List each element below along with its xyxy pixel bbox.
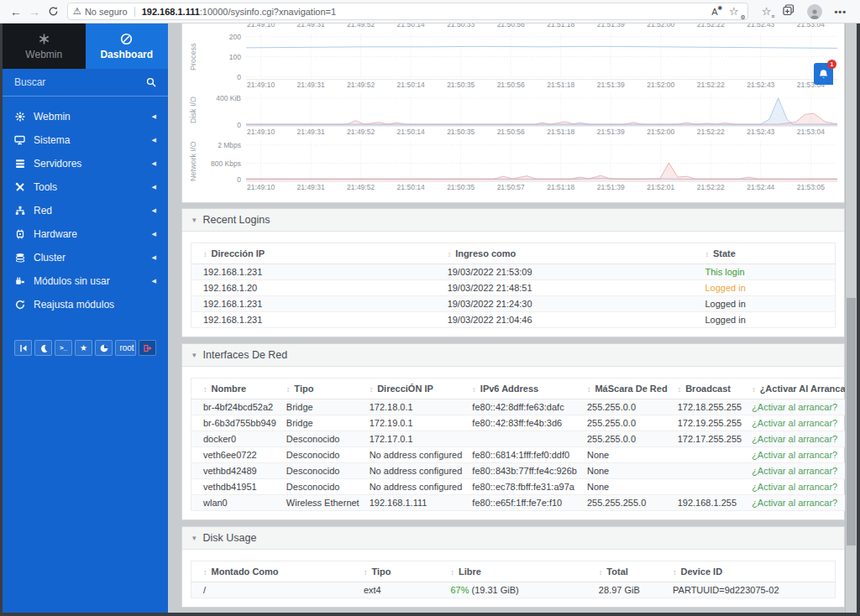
- tools-icon: [14, 182, 25, 192]
- theme-button[interactable]: [95, 340, 113, 356]
- sidebar-item-tools[interactable]: Tools◀: [3, 175, 168, 199]
- table-cell: No address configured: [364, 479, 468, 495]
- x-tick-label: 21:51:18: [547, 23, 574, 29]
- column-header[interactable]: ↕MáScara De Red: [582, 378, 673, 399]
- x-tick-label: 21:49:10: [247, 183, 275, 191]
- network-interfaces-header[interactable]: ▾ Interfaces De Red: [182, 344, 844, 367]
- collections-icon[interactable]: ☆≡: [762, 5, 772, 18]
- x-tick-label: 21:49:31: [297, 81, 325, 89]
- table-row: br-6b3d755bb949Bridge172.19.0.1fe80::42:…: [191, 415, 846, 431]
- notifications-button[interactable]: 1: [814, 63, 833, 85]
- sidebar-item-reajusta-modulos[interactable]: Reajusta módulos: [3, 293, 168, 316]
- page-scrollbar-thumb[interactable]: [847, 298, 856, 546]
- back-button[interactable]: ←: [7, 3, 25, 21]
- table-cell: fe80::42:8dff:fe63:dafc: [467, 399, 582, 415]
- sidebar-item-cluster[interactable]: Cluster◀: [3, 246, 168, 269]
- sort-icon: ↕: [364, 568, 368, 577]
- x-tick-label: 21:53:04: [797, 23, 825, 29]
- terminal-icon: >_: [60, 344, 67, 352]
- x-tick-label: 21:51:39: [597, 183, 625, 191]
- disk-usage-header[interactable]: ▾ Disk Usage: [182, 527, 844, 550]
- x-tick-label: 21:50:14: [397, 23, 425, 29]
- table-cell: wlan0: [191, 495, 281, 511]
- network-io-chart: Network I/O2 Mbps800 Kbps021:49:1021:49:…: [189, 140, 837, 182]
- activate-on-boot-link[interactable]: ¿Activar al arrancar?: [752, 466, 837, 476]
- sidebar-item-hardware[interactable]: Hardware◀: [3, 222, 168, 246]
- x-tick-label: 21:53:04: [797, 128, 825, 136]
- column-header[interactable]: ↕Libre: [445, 561, 593, 582]
- table-cell: 255.255.255.0: [582, 495, 673, 511]
- column-header[interactable]: ↕DirecciÓN IP: [364, 378, 468, 399]
- activate-on-boot-link[interactable]: ¿Activar al arrancar?: [752, 498, 837, 508]
- column-header[interactable]: ↕Dirección IP: [191, 243, 443, 264]
- tab-dashboard[interactable]: Dashboard: [86, 23, 169, 69]
- table-cell: 192.168.1.255: [673, 495, 747, 511]
- table-row: 192.168.1.23119/03/2022 21:04:46Logged i…: [191, 312, 836, 328]
- x-tick-label: 21:53:05: [797, 183, 825, 191]
- table-row: wlan0Wireless Ethernet192.168.1.111fe80:…: [191, 495, 846, 511]
- collapse-sidebar-button[interactable]: [14, 340, 32, 356]
- column-header[interactable]: ↕Device ID: [668, 561, 835, 582]
- sidebar-item-red[interactable]: Red◀: [3, 199, 168, 222]
- webmin-logo-icon: [38, 33, 50, 45]
- column-header[interactable]: ↕State: [700, 243, 835, 264]
- sort-icon: ↕: [752, 385, 756, 394]
- table-cell: ¿Activar al arrancar?: [747, 399, 845, 415]
- sidebar-item-servidores[interactable]: Servidores◀: [3, 152, 168, 175]
- column-header[interactable]: ↕Ingreso como: [443, 243, 700, 264]
- logout-button[interactable]: [139, 340, 156, 356]
- recent-logins-header[interactable]: ▾ Recent Logins: [182, 209, 844, 232]
- activate-on-boot-link[interactable]: ¿Activar al arrancar?: [752, 482, 837, 492]
- read-aloud-icon[interactable]: A✱: [709, 4, 726, 19]
- tab-stack-icon[interactable]: [783, 4, 795, 19]
- x-tick-label: 21:49:10: [247, 23, 275, 29]
- activate-on-boot-link[interactable]: ¿Activar al arrancar?: [752, 402, 837, 412]
- sidebar-item-modulos-sin-usar[interactable]: Módulos sin usar◀: [3, 269, 168, 293]
- search-icon[interactable]: [146, 77, 156, 87]
- activate-on-boot-link[interactable]: ¿Activar al arrancar?: [752, 434, 837, 444]
- table-cell: 19/03/2022 21:53:09: [443, 264, 700, 280]
- table-row: 192.168.1.2019/03/2022 21:48:51Logged in: [191, 280, 836, 296]
- forward-button[interactable]: →: [25, 3, 44, 21]
- more-menu-icon[interactable]: •••: [834, 7, 847, 17]
- sidebar-item-webmin[interactable]: Webmin◀: [3, 105, 168, 128]
- column-header[interactable]: ↕Tipo: [359, 561, 446, 582]
- night-mode-button[interactable]: [34, 340, 52, 356]
- address-bar[interactable]: ⚠ No seguro 192.168.1.111 :10000/sysinfo…: [67, 3, 748, 20]
- table-cell: ¿Activar al arrancar?: [747, 495, 845, 511]
- favorites-star-icon[interactable]: ☆⚙: [726, 4, 742, 19]
- table-cell: This login: [700, 264, 835, 280]
- refresh-button[interactable]: [44, 3, 62, 21]
- table-cell: br-4bf24bcd52a2: [191, 399, 281, 415]
- table-cell: 19/03/2022 21:04:46: [443, 312, 700, 328]
- sort-icon: ↕: [472, 385, 476, 394]
- column-header[interactable]: ↕Broadcast: [673, 378, 747, 399]
- column-header[interactable]: ↕Total: [594, 561, 668, 582]
- user-button[interactable]: root: [115, 340, 136, 356]
- sidebar-item-sistema[interactable]: Sistema◀: [3, 128, 168, 152]
- palette-icon: [100, 344, 108, 352]
- x-tick-label: 21:52:43: [747, 81, 774, 89]
- activate-on-boot-link[interactable]: ¿Activar al arrancar?: [752, 450, 837, 460]
- profile-avatar[interactable]: [807, 4, 822, 19]
- column-header[interactable]: ↕¿Activar Al Arrancar?: [747, 378, 845, 399]
- terminal-button[interactable]: >_: [55, 340, 72, 356]
- x-axis-labels: 21:49:1021:49:3121:49:5221:50:1421:50:35…: [246, 181, 837, 192]
- x-tick-label: 21:51:39: [597, 23, 625, 29]
- table-cell: fe80::843b:77ff:fe4c:926b: [467, 463, 582, 479]
- favorites-button[interactable]: ★: [75, 340, 92, 356]
- x-axis-labels: 21:49:1021:49:3121:49:5221:50:1421:50:35…: [246, 126, 837, 137]
- column-header[interactable]: ↕IPv6 Address: [467, 378, 582, 399]
- column-header[interactable]: ↕Nombre: [191, 378, 281, 399]
- tab-webmin[interactable]: Webmin: [3, 23, 86, 69]
- search-input[interactable]: [14, 76, 146, 88]
- x-tick-label: 21:51:18: [547, 81, 574, 89]
- sort-icon: ↕: [203, 568, 207, 577]
- sidebar-search: [3, 69, 168, 97]
- column-header[interactable]: ↕Montado Como: [191, 561, 359, 582]
- column-header[interactable]: ↕Tipo: [281, 378, 364, 399]
- sidebar-quick-actions: >_ ★ root: [3, 316, 168, 356]
- activate-on-boot-link[interactable]: ¿Activar al arrancar?: [752, 418, 837, 428]
- page-scrollbar-track[interactable]: [845, 23, 857, 613]
- logout-icon: [144, 344, 152, 352]
